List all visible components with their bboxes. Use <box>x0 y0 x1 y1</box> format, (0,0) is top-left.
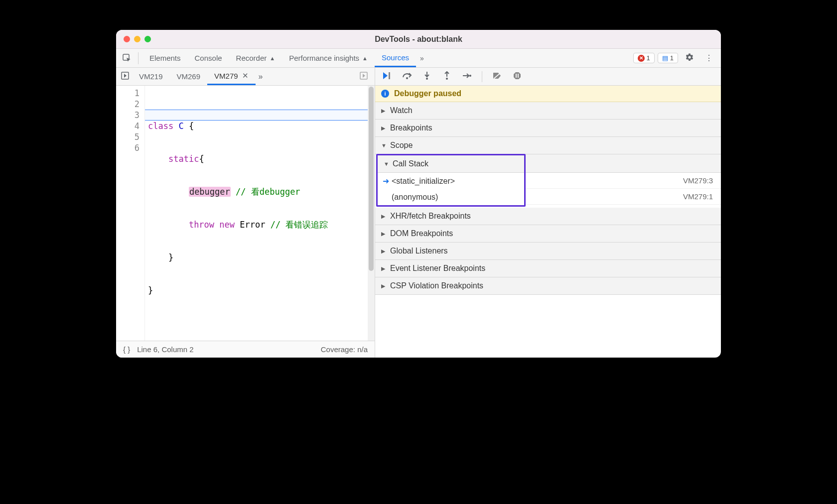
token-keyword: class <box>148 121 173 131</box>
breakpoints-section[interactable]: ▶Breakpoints <box>375 120 721 137</box>
scope-section[interactable]: ▼Scope <box>375 137 721 154</box>
section-title: Breakpoints <box>390 124 432 132</box>
tab-label: Performance insights <box>289 54 359 62</box>
stack-frame-location: VM279:1 <box>683 192 713 201</box>
code-line: } <box>148 252 375 263</box>
source-tab-vm269[interactable]: VM269 <box>170 68 208 85</box>
global-listeners-section[interactable]: ▶Global Listeners <box>375 243 721 260</box>
editor-scrollbar[interactable] <box>368 86 375 341</box>
stack-frame-location-row[interactable]: VM279:3 <box>526 173 721 189</box>
navigator-toggle-icon[interactable] <box>118 72 132 82</box>
run-snippet-icon[interactable] <box>360 72 373 82</box>
xhr-breakpoints-section[interactable]: ▶XHR/fetch Breakpoints <box>375 208 721 225</box>
source-tab-label: VM279 <box>214 72 238 80</box>
info-icon: i <box>381 90 389 98</box>
token-keyword: static <box>168 154 199 164</box>
stack-frame-location-row[interactable]: VM279:1 <box>526 189 721 205</box>
step-over-icon[interactable] <box>402 72 412 81</box>
beaker-icon: ▲ <box>270 55 275 61</box>
source-tab-vm279[interactable]: VM279 ✕ <box>207 68 256 85</box>
error-icon: ✕ <box>638 55 645 62</box>
source-file-tabs: VM219 VM269 VM279 ✕ » <box>116 68 375 86</box>
triangle-right-icon: ▶ <box>381 283 386 289</box>
watch-section[interactable]: ▶Watch <box>375 102 721 120</box>
tab-sources[interactable]: Sources <box>375 49 416 67</box>
sources-left-pane: VM219 VM269 VM279 ✕ » 1 2 3 4 5 6 <box>116 68 375 358</box>
triangle-right-icon: ▶ <box>381 231 386 237</box>
close-tab-icon[interactable]: ✕ <box>242 71 249 80</box>
tab-performance-insights[interactable]: Performance insights▲ <box>282 49 375 67</box>
svg-point-5 <box>426 78 428 80</box>
window-title: DevTools - about:blank <box>116 35 721 44</box>
main-tab-bar: Elements Console Recorder▲ Performance i… <box>116 49 721 68</box>
step-out-icon[interactable] <box>442 71 452 82</box>
resume-script-icon[interactable] <box>382 72 392 82</box>
call-stack-frame[interactable]: (anonymous) <box>378 189 524 205</box>
close-window-button[interactable] <box>124 36 130 42</box>
line-number: 5 <box>116 131 140 142</box>
more-menu-icon[interactable]: ⋮ <box>701 53 717 63</box>
call-stack-frame[interactable]: ➜ <static_initializer> <box>378 173 524 189</box>
message-icon: ▤ <box>662 54 668 62</box>
svg-point-7 <box>469 75 471 77</box>
code-line: } <box>148 285 375 296</box>
format-code-icon[interactable]: { } <box>123 345 130 354</box>
inspect-element-icon[interactable] <box>120 54 134 63</box>
minimize-window-button[interactable] <box>134 36 140 42</box>
separator <box>482 71 482 82</box>
tab-label: Recorder <box>236 54 267 62</box>
source-tab-label: VM269 <box>177 72 201 81</box>
stack-frame-name: (anonymous) <box>392 193 438 202</box>
tab-recorder[interactable]: Recorder▲ <box>229 49 282 67</box>
csp-violation-breakpoints-section[interactable]: ▶CSP Violation Breakpoints <box>375 277 721 295</box>
error-count: 1 <box>647 54 650 62</box>
tab-elements[interactable]: Elements <box>142 49 188 67</box>
tab-label: Elements <box>149 54 181 62</box>
svg-rect-10 <box>518 74 519 78</box>
step-into-icon[interactable] <box>422 71 432 82</box>
beaker-icon: ▲ <box>362 55 368 61</box>
token-comment: // 看错误追踪 <box>265 220 328 230</box>
svg-point-6 <box>446 78 448 80</box>
debugger-pane: i Debugger paused ▶Watch ▶Breakpoints ▼S… <box>375 68 721 358</box>
stack-frame-location: VM279:3 <box>683 176 713 185</box>
tab-label: Sources <box>382 53 409 62</box>
token-identifier: Error <box>240 220 265 230</box>
triangle-down-icon: ▼ <box>384 161 389 167</box>
errors-badge[interactable]: ✕ 1 <box>633 53 655 63</box>
event-listener-breakpoints-section[interactable]: ▶Event Listener Breakpoints <box>375 260 721 277</box>
section-title: Event Listener Breakpoints <box>390 264 485 273</box>
messages-badge[interactable]: ▤ 1 <box>658 53 678 63</box>
current-line-highlight <box>145 110 375 121</box>
svg-rect-9 <box>516 74 517 78</box>
code-editor[interactable]: 1 2 3 4 5 6 class C { static{ debugger /… <box>116 86 375 341</box>
section-title: DOM Breakpoints <box>390 229 453 238</box>
token-debugger: debugger <box>189 187 231 197</box>
source-tab-vm219[interactable]: VM219 <box>132 68 170 85</box>
tabs-overflow-icon[interactable]: » <box>416 54 428 62</box>
pause-on-exceptions-icon[interactable] <box>512 72 522 82</box>
debugger-paused-banner: i Debugger paused <box>375 86 721 102</box>
tab-console[interactable]: Console <box>188 49 229 67</box>
call-stack-section[interactable]: ▼Call Stack <box>378 155 524 173</box>
triangle-right-icon: ▶ <box>381 248 386 254</box>
editor-statusbar: { } Line 6, Column 2 Coverage: n/a <box>116 341 375 358</box>
deactivate-breakpoints-icon[interactable] <box>492 72 502 82</box>
token-keyword: new <box>219 220 235 230</box>
settings-gear-icon[interactable] <box>681 53 698 64</box>
source-tabs-overflow-icon[interactable]: » <box>256 72 266 81</box>
line-number-gutter: 1 2 3 4 5 6 <box>116 86 145 341</box>
triangle-right-icon: ▶ <box>381 213 386 220</box>
token-classname: C <box>178 121 183 131</box>
zoom-window-button[interactable] <box>144 36 151 42</box>
line-number: 3 <box>116 110 140 121</box>
step-icon[interactable] <box>462 72 472 81</box>
scrollbar-thumb[interactable] <box>369 87 374 271</box>
source-tab-label: VM219 <box>139 72 163 81</box>
dom-breakpoints-section[interactable]: ▶DOM Breakpoints <box>375 225 721 243</box>
call-stack-locations: VM279:3 VM279:1 <box>526 154 721 208</box>
section-title: Global Listeners <box>390 247 448 255</box>
section-title: Watch <box>390 106 413 115</box>
paused-message: Debugger paused <box>394 89 461 98</box>
code-content[interactable]: class C { static{ debugger // 看debugger … <box>145 86 375 341</box>
